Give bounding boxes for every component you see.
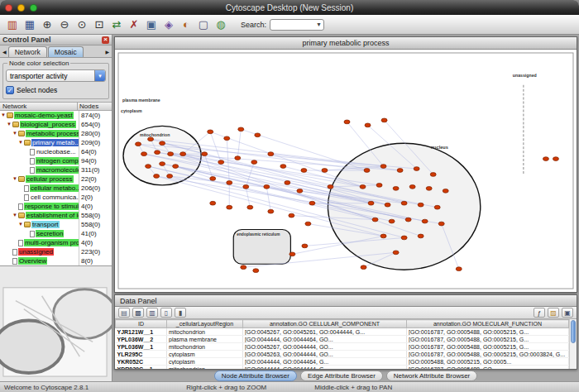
tab-scroll-right-icon[interactable]: ▶ [103, 49, 111, 57]
network-node[interactable] [218, 160, 224, 165]
network-node[interactable] [344, 120, 350, 124]
network-node[interactable] [243, 184, 249, 189]
table-row[interactable]: YPL036W__1mitochondrion[GO:0045267, GO:0… [116, 343, 569, 351]
network-node[interactable] [401, 201, 407, 205]
column-header[interactable]: annotation.GO MOLECULAR_FUNCTION [407, 320, 569, 328]
network-node[interactable] [238, 127, 244, 131]
deselect-all-icon[interactable]: ✗ [126, 17, 142, 32]
network-node[interactable] [264, 184, 270, 189]
network-node[interactable] [361, 265, 366, 270]
network-node[interactable] [155, 151, 160, 155]
network-node[interactable] [289, 213, 294, 218]
select-attributes-icon[interactable]: ▤ [118, 308, 130, 318]
zoom-out-icon[interactable]: ⊖ [56, 17, 73, 32]
network-view-title[interactable]: primary metabolic process [115, 37, 577, 50]
tree-row[interactable]: ▼transport558(0) [0, 220, 112, 229]
network-node[interactable] [241, 265, 246, 270]
plugins-icon[interactable]: ◍ [213, 17, 229, 32]
network-node[interactable] [208, 130, 213, 134]
network-node[interactable] [372, 218, 378, 222]
zoom-selected-icon[interactable]: ⊙ [74, 17, 90, 32]
network-canvas[interactable]: plasma membranecytoplasmmitochondrionnuc… [115, 50, 577, 292]
tree-expand-icon[interactable]: ▼ [1, 111, 7, 120]
tree-row[interactable]: unassigned223(0) [0, 247, 112, 256]
tree-expand-icon[interactable]: ▼ [12, 174, 18, 184]
vizmapper-icon[interactable]: ◐ [178, 17, 194, 32]
table-row[interactable]: YJR121W__1mitochondrion[GO:0045267, GO:0… [116, 328, 569, 336]
import-network-icon[interactable]: ▥ [4, 17, 21, 32]
tab-edge-attribute-browser[interactable]: Edge Attribute Browser [300, 370, 383, 381]
tree-row[interactable]: ▼cellular process22(0) [0, 174, 112, 184]
first-neighbors-icon[interactable]: ⇄ [108, 17, 125, 32]
open-attribute-file-icon[interactable]: ▨ [548, 308, 559, 318]
tree-row[interactable]: ▼biological_process654(0) [0, 120, 112, 129]
node-color-dropdown[interactable]: transporter activity ▼ [6, 69, 106, 82]
network-node[interactable] [360, 184, 366, 189]
network-node[interactable] [418, 203, 423, 207]
annotation-icon[interactable]: ▢ [195, 17, 212, 32]
network-node[interactable] [180, 152, 186, 156]
network-node[interactable] [418, 234, 423, 238]
network-node[interactable] [405, 218, 411, 222]
network-node[interactable] [168, 152, 174, 156]
create-attribute-icon[interactable]: ▩ [132, 308, 144, 318]
tree-row[interactable]: secretion41(0) [0, 229, 112, 238]
network-node[interactable] [385, 203, 390, 207]
network-node[interactable] [328, 184, 333, 189]
network-node[interactable] [297, 189, 303, 193]
tree-row[interactable]: multi-organism pro...4(0) [0, 238, 112, 247]
network-node[interactable] [309, 201, 315, 205]
network-node[interactable] [409, 184, 415, 189]
network-node[interactable] [210, 177, 216, 181]
search-dropdown-icon[interactable]: ▼ [316, 22, 322, 27]
scrollbar-thumb[interactable] [571, 320, 576, 343]
network-node[interactable] [430, 173, 436, 177]
network-node[interactable] [301, 169, 307, 173]
tree-row[interactable]: ▼establishment of lo...558(0) [0, 211, 112, 220]
edit-attribute-icon[interactable]: ▯ [160, 308, 172, 318]
network-node[interactable] [202, 152, 208, 156]
network-node[interactable] [224, 136, 230, 141]
tab-scroll-left-icon[interactable]: ◀ [1, 49, 8, 57]
map-attributes-icon[interactable]: ▣ [562, 308, 573, 318]
network-node[interactable] [305, 222, 311, 226]
network-node[interactable] [393, 251, 399, 255]
network-node[interactable] [268, 152, 274, 156]
network-node[interactable] [160, 162, 165, 166]
column-header[interactable]: annotation.GO CELLULAR_COMPONENT [243, 320, 407, 328]
select-nodes-checkbox[interactable]: ✓ Select nodes [6, 86, 106, 94]
tab-mosaic[interactable]: Mosaic [48, 46, 84, 57]
network-node[interactable] [167, 174, 173, 179]
tree-row[interactable]: ▼primary metab...209(0) [0, 138, 112, 147]
network-node[interactable] [235, 156, 241, 160]
network-node[interactable] [227, 205, 232, 209]
tree-expand-icon[interactable]: ▼ [18, 220, 24, 229]
new-network-from-selection-icon[interactable]: ▣ [143, 17, 160, 32]
tab-network-attribute-browser[interactable]: Network Attribute Browser [386, 370, 477, 381]
network-node[interactable] [160, 141, 165, 146]
network-overview-thumbnail[interactable] [0, 265, 112, 381]
tree-row[interactable]: nitrogen compo...94(0) [0, 156, 112, 165]
network-node[interactable] [247, 205, 253, 209]
network-node[interactable] [210, 201, 216, 205]
network-node[interactable] [397, 169, 403, 173]
network-node[interactable] [426, 186, 432, 190]
tree-row[interactable]: macromolecule...311(0) [0, 165, 112, 174]
zoom-in-icon[interactable]: ⊕ [39, 17, 55, 32]
delete-attribute-icon[interactable]: ▥ [146, 308, 158, 318]
tree-row[interactable]: cell communica...2(0) [0, 193, 112, 202]
network-node[interactable] [154, 174, 160, 179]
tab-node-attribute-browser[interactable]: Node Attribute Browser [214, 370, 297, 381]
network-node[interactable] [443, 189, 448, 193]
zoom-fit-icon[interactable]: ⊡ [91, 17, 108, 32]
network-node[interactable] [255, 133, 261, 137]
network-node[interactable] [389, 219, 395, 223]
table-row[interactable]: YPL036W__2plasma membrane[GO:0044444, GO… [116, 336, 569, 343]
apply-layout-icon[interactable]: ◈ [160, 17, 177, 32]
table-row[interactable]: YKR052Ccytoplasm[GO:0044444, GO:0044464,… [116, 358, 569, 366]
network-node[interactable] [422, 219, 428, 223]
function-builder-icon[interactable]: ƒ [534, 308, 545, 318]
network-node[interactable] [456, 267, 462, 271]
network-node[interactable] [148, 137, 154, 141]
network-node[interactable] [414, 167, 419, 171]
